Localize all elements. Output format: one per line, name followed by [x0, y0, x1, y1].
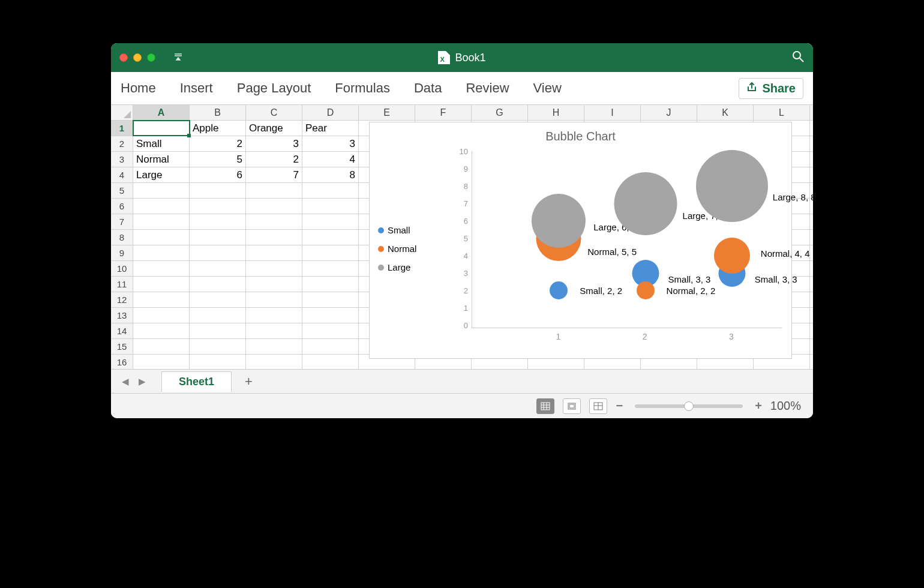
cell-C3[interactable]: 2	[246, 152, 302, 167]
cell-B4[interactable]: 6	[190, 167, 246, 182]
column-header-G[interactable]: G	[472, 105, 528, 120]
cell-B9[interactable]	[190, 245, 246, 260]
cell-A4[interactable]: Large	[133, 167, 190, 182]
cell-A1[interactable]	[133, 121, 190, 136]
row-header-9[interactable]: 9	[111, 245, 133, 260]
cell-D1[interactable]: Pear	[302, 121, 359, 136]
cell-B2[interactable]: 2	[190, 136, 246, 151]
cell-C14[interactable]	[246, 323, 302, 338]
cell-A13[interactable]	[133, 308, 190, 323]
cell-C15[interactable]	[246, 339, 302, 354]
tab-page-layout[interactable]: Page Layout	[237, 80, 311, 96]
cell-D6[interactable]	[302, 199, 359, 214]
select-all-corner[interactable]	[111, 105, 133, 121]
cell-A9[interactable]	[133, 245, 190, 260]
cell-A16[interactable]	[133, 355, 190, 369]
cell-C12[interactable]	[246, 292, 302, 307]
cell-D3[interactable]: 4	[302, 152, 359, 167]
row-header-8[interactable]: 8	[111, 230, 133, 245]
cell-D14[interactable]	[302, 323, 359, 338]
column-header-L[interactable]: L	[754, 105, 810, 120]
cell-D2[interactable]: 3	[302, 136, 359, 151]
cell-A15[interactable]	[133, 339, 190, 354]
minimize-window-icon[interactable]	[133, 53, 142, 62]
cell-B6[interactable]	[190, 199, 246, 214]
tab-data[interactable]: Data	[414, 80, 442, 96]
cell-B3[interactable]: 5	[190, 152, 246, 167]
cell-B5[interactable]	[190, 183, 246, 198]
cell-A7[interactable]	[133, 214, 190, 229]
cell-D7[interactable]	[302, 214, 359, 229]
cell-C6[interactable]	[246, 199, 302, 214]
column-header-A[interactable]: A	[133, 105, 190, 120]
cell-A11[interactable]	[133, 277, 190, 292]
zoom-window-icon[interactable]	[147, 53, 155, 62]
row-header-15[interactable]: 15	[111, 339, 133, 354]
cell-B12[interactable]	[190, 292, 246, 307]
sheet-tab-sheet1[interactable]: Sheet1	[161, 371, 232, 392]
bubble-chart[interactable]: Bubble Chart SmallNormalLarge 0123456789…	[369, 122, 792, 359]
cell-B7[interactable]	[190, 214, 246, 229]
cell-C10[interactable]	[246, 261, 302, 276]
cell-D16[interactable]	[302, 355, 359, 369]
cell-D15[interactable]	[302, 339, 359, 354]
tab-formulas[interactable]: Formulas	[335, 80, 390, 96]
cell-D11[interactable]	[302, 277, 359, 292]
cell-C16[interactable]	[246, 355, 302, 369]
tab-review[interactable]: Review	[466, 80, 509, 96]
row-header-11[interactable]: 11	[111, 277, 133, 292]
cell-B16[interactable]	[190, 355, 246, 369]
cell-D9[interactable]	[302, 245, 359, 260]
cell-A6[interactable]	[133, 199, 190, 214]
next-sheet-icon[interactable]: ▶	[135, 374, 149, 389]
zoom-out-button[interactable]: −	[616, 399, 623, 413]
row-header-2[interactable]: 2	[111, 136, 133, 151]
cell-C13[interactable]	[246, 308, 302, 323]
row-header-1[interactable]: 1	[111, 121, 133, 136]
column-header-H[interactable]: H	[528, 105, 584, 120]
column-header-J[interactable]: J	[641, 105, 697, 120]
cell-A12[interactable]	[133, 292, 190, 307]
cell-C11[interactable]	[246, 277, 302, 292]
search-icon[interactable]	[791, 55, 805, 65]
row-header-12[interactable]: 12	[111, 292, 133, 307]
page-break-view-icon[interactable]	[589, 398, 607, 414]
add-sheet-button[interactable]: +	[234, 374, 263, 389]
cell-A8[interactable]	[133, 230, 190, 245]
cell-D5[interactable]	[302, 183, 359, 198]
column-header-F[interactable]: F	[415, 105, 472, 120]
cell-A3[interactable]: Normal	[133, 152, 190, 167]
cell-B15[interactable]	[190, 339, 246, 354]
row-header-7[interactable]: 7	[111, 214, 133, 229]
cell-C5[interactable]	[246, 183, 302, 198]
cell-C8[interactable]	[246, 230, 302, 245]
column-header-C[interactable]: C	[246, 105, 302, 120]
cell-D8[interactable]	[302, 230, 359, 245]
cell-B1[interactable]: Apple	[190, 121, 246, 136]
cell-A10[interactable]	[133, 261, 190, 276]
cell-C2[interactable]: 3	[246, 136, 302, 151]
row-header-16[interactable]: 16	[111, 355, 133, 369]
zoom-slider-thumb[interactable]	[684, 401, 694, 411]
row-header-3[interactable]: 3	[111, 152, 133, 167]
cell-C1[interactable]: Orange	[246, 121, 302, 136]
customize-toolbar-icon[interactable]	[173, 53, 183, 63]
zoom-slider[interactable]	[635, 404, 743, 408]
tab-home[interactable]: Home	[121, 80, 156, 96]
row-header-10[interactable]: 10	[111, 261, 133, 276]
cell-A2[interactable]: Small	[133, 136, 190, 151]
prev-sheet-icon[interactable]: ◀	[118, 374, 133, 389]
column-header-K[interactable]: K	[697, 105, 754, 120]
row-header-4[interactable]: 4	[111, 167, 133, 182]
cell-C7[interactable]	[246, 214, 302, 229]
column-header-D[interactable]: D	[302, 105, 359, 120]
share-button[interactable]: Share	[739, 78, 803, 99]
cell-B11[interactable]	[190, 277, 246, 292]
cell-C4[interactable]: 7	[246, 167, 302, 182]
column-header-E[interactable]: E	[359, 105, 415, 120]
cell-D4[interactable]: 8	[302, 167, 359, 182]
row-header-14[interactable]: 14	[111, 323, 133, 338]
normal-view-icon[interactable]	[536, 398, 554, 414]
column-header-B[interactable]: B	[190, 105, 246, 120]
tab-insert[interactable]: Insert	[180, 80, 213, 96]
